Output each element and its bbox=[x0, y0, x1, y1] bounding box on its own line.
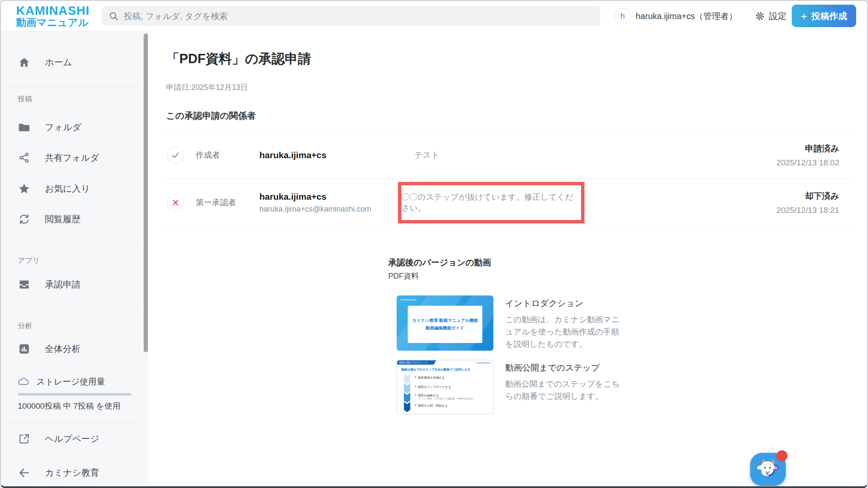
slide-brand-logo: KAMINASHI bbox=[401, 298, 417, 301]
sidebar-scrollbar[interactable] bbox=[144, 33, 148, 352]
sidebar-divider bbox=[1, 87, 142, 87]
avatar: h bbox=[615, 8, 631, 24]
star-icon bbox=[18, 182, 31, 195]
slide-header-text: 動画公開までのステップ bbox=[399, 361, 428, 365]
sidebar-item-approval-requests[interactable]: 承認申請 bbox=[1, 273, 142, 296]
sidebar-item-home[interactable]: ホーム bbox=[1, 50, 142, 74]
sidebar-item-label: ヘルプページ bbox=[45, 433, 99, 445]
slide-heading: 動画公開までのステップを次の順番でご説明します bbox=[401, 368, 470, 372]
create-post-label: 投稿作成 bbox=[812, 10, 847, 22]
sidebar-divider bbox=[1, 422, 142, 422]
avatar-initial: h bbox=[620, 11, 625, 21]
participants-section-title: この承認申請の関係者 bbox=[166, 110, 256, 122]
participant-name-block: haruka.ijima+cs haruka.ijima+cs@kaminash… bbox=[259, 179, 371, 226]
table-row: 作成者 haruka.ijima+cs テスト 申請済み 2025/12/13 … bbox=[166, 131, 853, 179]
participant-name: haruka.ijima+cs bbox=[259, 150, 326, 160]
sidebar-divider bbox=[1, 244, 142, 244]
sidebar-item-label: 全体分析 bbox=[45, 343, 81, 355]
video-info: イントロダクション この動画は、カミナシ動画マニュアルを使った動画作成の手順を説… bbox=[505, 298, 620, 350]
search-input[interactable] bbox=[124, 11, 593, 21]
sidebar-item-folders[interactable]: フォルダ bbox=[1, 115, 142, 139]
video-thumbnail[interactable]: 動画公開までのステップ KAMINASHI 動画公開までのステップを次の順番でご… bbox=[397, 360, 493, 414]
user-name: haruka.ijima+cs（管理者） bbox=[636, 11, 737, 22]
create-post-button[interactable]: + 投稿作成 bbox=[792, 5, 856, 27]
slide-substep: トリム / 図形・文字挿入 / 字幕設定 / AI音声吹き込み bbox=[418, 397, 473, 400]
status-badge: 却下済み bbox=[776, 190, 839, 202]
cloud-icon bbox=[17, 375, 30, 388]
sidebar-item-label: カミナシ教育 bbox=[45, 467, 99, 479]
sidebar-section-apps: アプリ bbox=[18, 256, 40, 265]
participant-status-block: 申請済み 2025/12/13 18:02 bbox=[776, 143, 839, 167]
sidebar: ホーム 投稿 フォルダ 共有フォルダ お気に入り bbox=[1, 31, 148, 487]
chat-widget-button[interactable] bbox=[750, 453, 786, 486]
settings-button[interactable]: 設定 bbox=[754, 8, 787, 24]
home-icon bbox=[18, 56, 31, 69]
sidebar-item-history[interactable]: 閲覧履歴 bbox=[1, 207, 142, 231]
search-bar[interactable] bbox=[102, 6, 600, 26]
sidebar-item-label: 閲覧履歴 bbox=[45, 213, 81, 225]
participant-status-block: 却下済み 2025/12/13 18:21 bbox=[776, 190, 839, 215]
storage-label: ストレージ使用量 bbox=[36, 376, 105, 388]
status-timestamp: 2025/12/13 18:21 bbox=[776, 206, 839, 215]
participant-role: 第一承認者 bbox=[196, 179, 236, 226]
sidebar-item-favorites[interactable]: お気に入り bbox=[1, 177, 142, 201]
sidebar-divider bbox=[1, 310, 142, 310]
share-icon bbox=[18, 151, 31, 164]
page-title: 「PDF資料」の承認申請 bbox=[166, 50, 311, 68]
check-icon bbox=[167, 147, 184, 164]
app-window: KAMINASHI 動画マニュアル h haruka.ijima+cs（管理者） bbox=[0, 0, 868, 488]
logo-line2: 動画マニュアル bbox=[16, 17, 89, 28]
slide-step: 動画素材を準備する bbox=[415, 376, 445, 380]
chevron-step-2 bbox=[404, 383, 410, 393]
table-row: 第一承認者 haruka.ijima+cs haruka.ijima+cs@ka… bbox=[166, 179, 853, 226]
sidebar-item-kaminashi-education[interactable]: カミナシ教育 bbox=[1, 461, 142, 485]
request-date: 申請日:2025年12月13日 bbox=[166, 82, 248, 92]
sidebar-item-label: ホーム bbox=[45, 56, 72, 68]
participant-email: haruka.ijima+cs@kaminashi.com bbox=[259, 205, 371, 214]
slide-title-card: カミナシ教育 動画マニュアル機能 動画編集機能ガイド bbox=[408, 306, 482, 343]
sidebar-section-analytics: 分析 bbox=[18, 321, 32, 331]
sidebar-item-label: フォルダ bbox=[45, 121, 81, 133]
slide-title-line2: 動画編集機能ガイド bbox=[426, 325, 465, 331]
video-title: イントロダクション bbox=[505, 298, 620, 309]
notification-dot bbox=[776, 450, 787, 461]
participant-comment: 〇〇のステップが抜けています。修正してください。 bbox=[401, 192, 581, 214]
logo-line1: KAMINASHI bbox=[16, 4, 89, 17]
mascot-goat-icon bbox=[755, 456, 781, 482]
storage-progress-bar bbox=[18, 393, 131, 396]
video-description: 動画公開までのステップをこちらの順番でご説明します。 bbox=[505, 378, 620, 402]
status-badge: 申請済み bbox=[776, 143, 839, 154]
gear-icon bbox=[754, 11, 765, 22]
video-description: この動画は、カミナシ動画マニュアルを使った動画作成の手順を説明したものです。 bbox=[505, 313, 620, 350]
storage-usage-text: 100000投稿 中 7投稿 を使用 bbox=[18, 401, 120, 412]
chevron-step-1 bbox=[404, 374, 410, 384]
participant-comment: テスト bbox=[415, 131, 439, 178]
video-thumbnail[interactable]: KAMINASHI カミナシ教育 動画マニュアル機能 動画編集機能ガイド bbox=[397, 296, 493, 351]
slide-title-line1: カミナシ教育 動画マニュアル機能 bbox=[412, 318, 478, 323]
participant-name-block: haruka.ijima+cs bbox=[259, 131, 326, 178]
sidebar-item-help-page[interactable]: ヘルプページ bbox=[1, 427, 142, 451]
storage-usage-row: ストレージ使用量 bbox=[1, 370, 142, 393]
sidebar-item-shared-folders[interactable]: 共有フォルダ bbox=[1, 146, 142, 170]
folder-icon bbox=[18, 121, 31, 134]
video-info: 動画公開までのステップ 動画公開までのステップをこちらの順番でご説明します。 bbox=[505, 362, 620, 402]
top-bar: KAMINASHI 動画マニュアル h haruka.ijima+cs（管理者） bbox=[1, 1, 867, 31]
user-menu[interactable]: h haruka.ijima+cs（管理者） bbox=[615, 7, 737, 25]
slide-step: 動画を公開・閲覧する bbox=[415, 404, 448, 408]
sidebar-item-label: お気に入り bbox=[45, 183, 90, 195]
app-logo[interactable]: KAMINASHI 動画マニュアル bbox=[16, 4, 89, 28]
cross-icon bbox=[167, 194, 184, 211]
external-link-icon bbox=[18, 432, 31, 445]
arrow-left-icon bbox=[18, 466, 31, 479]
participant-name: haruka.ijima+cs bbox=[259, 192, 371, 202]
search-icon bbox=[108, 11, 119, 21]
video-title: 動画公開までのステップ bbox=[505, 362, 620, 374]
inbox-icon bbox=[18, 278, 31, 291]
sidebar-item-overall-analytics[interactable]: 全体分析 bbox=[1, 337, 142, 361]
status-timestamp: 2025/12/13 18:02 bbox=[776, 158, 839, 167]
chevron-step-4 bbox=[404, 402, 410, 412]
plus-icon: + bbox=[801, 11, 807, 22]
chart-icon bbox=[18, 343, 31, 355]
videos-section-subtitle: PDF資料 bbox=[388, 271, 419, 281]
slide-header-ribbon: 動画公開までのステップ bbox=[397, 360, 436, 365]
